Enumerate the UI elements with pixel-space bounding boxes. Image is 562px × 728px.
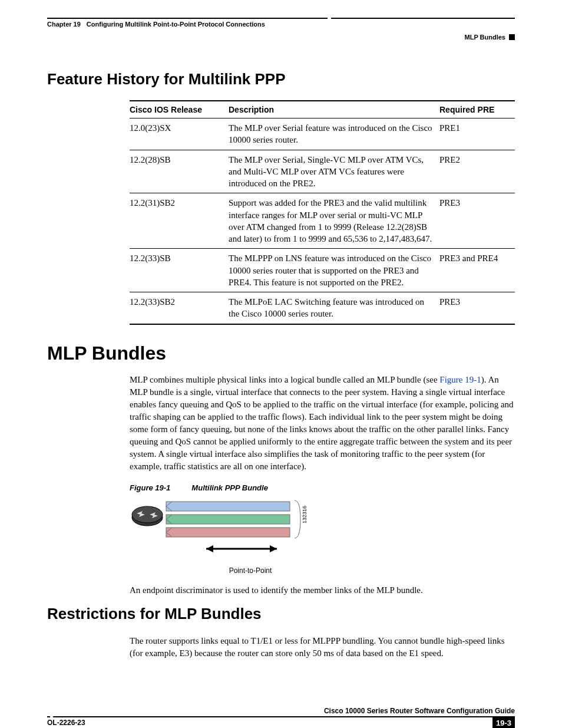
page-footer: Cisco 10000 Series Router Software Confi…	[47, 707, 515, 729]
svg-marker-7	[270, 545, 277, 552]
chapter-label: Chapter 19	[47, 21, 81, 28]
figure-multilink-bundle: 132316 Point-to-Point	[130, 497, 515, 575]
col-header-release: Cisco IOS Release	[130, 101, 229, 118]
figure-axis-label: Point-to-Point	[165, 566, 336, 575]
chapter-title: Configuring Multilink Point-to-Point Pro…	[87, 21, 265, 28]
cell-release: 12.2(31)SB2	[130, 193, 229, 249]
mlp-bundles-intro: MLP combines multiple physical links int…	[130, 374, 515, 473]
cell-desc: The MLPoE LAC Switching feature was intr…	[229, 292, 439, 324]
svg-rect-3	[166, 515, 290, 524]
footer-doc-id: OL-2226-23	[47, 719, 85, 727]
breadcrumb-text: MLP Bundles	[465, 34, 505, 41]
cell-desc: Support was added for the PRE3 and the v…	[229, 193, 439, 249]
section-heading-restrictions: Restrictions for MLP Bundles	[47, 605, 515, 623]
svg-rect-4	[166, 528, 290, 537]
footer-guide-title: Cisco 10000 Series Router Software Confi…	[47, 707, 515, 715]
figure-number: Figure 19-1	[130, 483, 170, 492]
figure-caption: Figure 19-1Multilink PPP Bundle	[130, 483, 515, 492]
breadcrumb-marker	[509, 34, 515, 40]
table-row: 12.2(33)SB2 The MLPoE LAC Switching feat…	[130, 292, 515, 324]
section-heading-feature-history: Feature History for Multilink PPP	[47, 70, 515, 88]
cell-pre: PRE1	[439, 118, 515, 150]
col-header-description: Description	[229, 101, 439, 118]
svg-marker-6	[206, 545, 213, 552]
table-row: 12.2(28)SB The MLP over Serial, Single-V…	[130, 150, 515, 193]
restrictions-text: The router supports links equal to T1/E1…	[130, 635, 515, 660]
header-rule	[47, 18, 515, 19]
section-heading-mlp-bundles: MLP Bundles	[47, 342, 515, 364]
page-number: 19-3	[492, 717, 515, 729]
intro-post: ). An MLP bundle is a single, virtual in…	[130, 375, 514, 471]
svg-point-1	[132, 506, 163, 523]
cell-release: 12.2(33)SB	[130, 249, 229, 292]
cell-release: 12.0(23)SX	[130, 118, 229, 150]
cell-release: 12.2(33)SB2	[130, 292, 229, 324]
cell-pre: PRE3	[439, 193, 515, 249]
cell-desc: The MLP over Serial feature was introduc…	[229, 118, 439, 150]
table-row: 12.2(31)SB2 Support was added for the PR…	[130, 193, 515, 249]
table-row: 12.2(33)SB The MLPPP on LNS feature was …	[130, 249, 515, 292]
chapter-line: Chapter 19Configuring Multilink Point-to…	[47, 21, 515, 28]
cell-pre: PRE3 and PRE4	[439, 249, 515, 292]
figure-ref-link[interactable]: Figure 19-1	[439, 375, 481, 384]
cell-pre: PRE2	[439, 150, 515, 193]
feature-history-table: Cisco IOS Release Description Required P…	[130, 100, 515, 325]
cell-pre: PRE3	[439, 292, 515, 324]
figure-id: 132316	[302, 505, 308, 523]
figure-title: Multilink PPP Bundle	[191, 483, 268, 492]
breadcrumb: MLP Bundles	[47, 34, 515, 41]
svg-rect-2	[166, 502, 290, 511]
cell-desc: The MLP over Serial, Single-VC MLP over …	[229, 150, 439, 193]
cell-release: 12.2(28)SB	[130, 150, 229, 193]
feature-history-block: Cisco IOS Release Description Required P…	[130, 100, 515, 325]
col-header-required-pre: Required PRE	[439, 101, 515, 118]
intro-pre: MLP combines multiple physical links int…	[130, 375, 439, 384]
table-row: 12.0(23)SX The MLP over Serial feature w…	[130, 118, 515, 150]
endpoint-discriminator-text: An endpoint discriminator is used to ide…	[130, 584, 515, 597]
cell-desc: The MLPPP on LNS feature was introduced …	[229, 249, 439, 292]
bundle-diagram-icon: 132316	[130, 497, 330, 562]
